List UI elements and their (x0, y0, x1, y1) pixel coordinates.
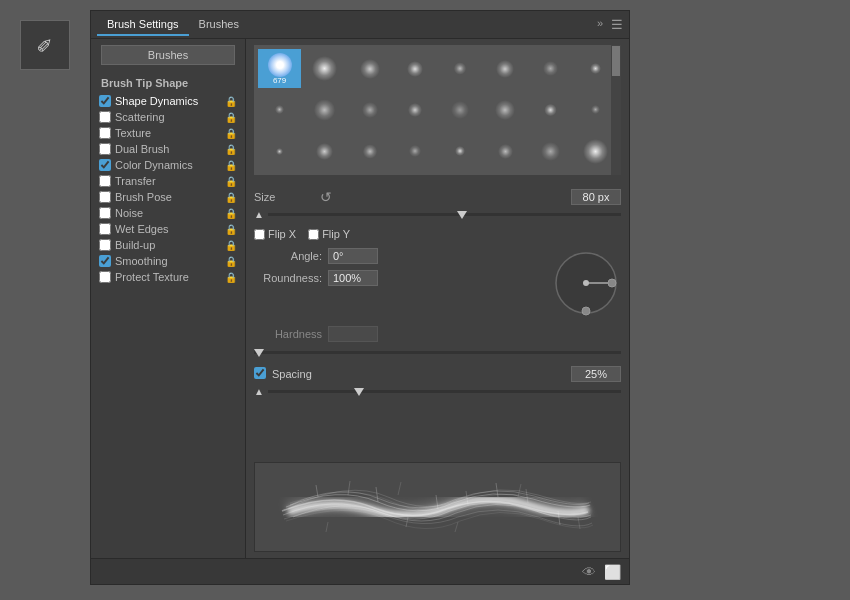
panel-menu-icon[interactable]: ☰ (611, 17, 623, 32)
build-up-lock: 🔒 (225, 240, 237, 251)
sidebar-item-texture[interactable]: Texture 🔒 (91, 125, 245, 141)
brush-stroke-preview (254, 462, 621, 552)
smoothing-checkbox[interactable] (99, 255, 111, 267)
brush-tip-cell[interactable] (529, 90, 572, 129)
brush-tip-cell[interactable] (303, 132, 346, 171)
brush-tips-grid[interactable]: 679 (254, 45, 621, 175)
noise-checkbox[interactable] (99, 207, 111, 219)
dial-container[interactable] (551, 248, 621, 318)
texture-checkbox[interactable] (99, 127, 111, 139)
footer-new-icon[interactable]: ⬜ (604, 564, 621, 580)
brush-tool-icon: ✏ (31, 31, 60, 60)
dual-brush-lock: 🔒 (225, 144, 237, 155)
brush-tip-cell[interactable] (348, 90, 391, 129)
footer-visibility-icon[interactable]: 👁 (582, 564, 596, 580)
hardness-slider[interactable] (254, 351, 621, 354)
transfer-lock: 🔒 (225, 176, 237, 187)
brushes-button[interactable]: Brushes (101, 45, 235, 65)
roundness-input[interactable] (328, 270, 378, 286)
roundness-row: Roundness: (254, 270, 541, 286)
brush-tip-cell[interactable] (303, 49, 346, 88)
size-row: Size ↺ (254, 189, 621, 205)
brush-tip-cell[interactable] (484, 49, 527, 88)
wet-edges-checkbox[interactable] (99, 223, 111, 235)
sidebar-item-wet-edges[interactable]: Wet Edges 🔒 (91, 221, 245, 237)
brush-tip-cell[interactable] (529, 132, 572, 171)
angle-roundness-fields: Angle: Roundness: (254, 248, 541, 318)
brush-tip-cell[interactable] (303, 90, 346, 129)
size-slider-row: ▲ (254, 209, 621, 220)
flip-y-item: Flip Y (308, 228, 350, 240)
sidebar-item-noise[interactable]: Noise 🔒 (91, 205, 245, 221)
sidebar-item-smoothing[interactable]: Smoothing 🔒 (91, 253, 245, 269)
brush-tip-cell[interactable] (258, 90, 301, 129)
scattering-checkbox[interactable] (99, 111, 111, 123)
transfer-checkbox[interactable] (99, 175, 111, 187)
shape-dynamics-label: Shape Dynamics (115, 95, 221, 107)
tab-brushes[interactable]: Brushes (189, 14, 249, 36)
flip-y-checkbox[interactable] (308, 229, 319, 240)
smoothing-label: Smoothing (115, 255, 221, 267)
brush-tip-cell[interactable] (258, 132, 301, 171)
spacing-value-input[interactable] (571, 366, 621, 382)
flip-x-checkbox[interactable] (254, 229, 265, 240)
brush-tip-cell[interactable] (393, 132, 436, 171)
color-dynamics-label: Color Dynamics (115, 159, 221, 171)
texture-label: Texture (115, 127, 221, 139)
spacing-slider[interactable] (268, 390, 621, 393)
brush-tip-selected[interactable]: 679 (258, 49, 301, 88)
hardness-slider-row (254, 344, 621, 356)
sidebar-item-protect-texture[interactable]: Protect Texture 🔒 (91, 269, 245, 285)
scattering-label: Scattering (115, 111, 221, 123)
tab-brush-settings[interactable]: Brush Settings (97, 14, 189, 36)
reset-size-icon[interactable]: ↺ (320, 189, 332, 205)
spacing-checkbox-item (254, 367, 266, 381)
hardness-input[interactable] (328, 326, 378, 342)
brush-tip-cell[interactable] (393, 90, 436, 129)
size-value-input[interactable] (571, 189, 621, 205)
brush-tip-shape-label: Brush Tip Shape (91, 73, 245, 93)
brush-grid-scrollbar[interactable] (611, 45, 621, 175)
tool-icon-box: ✏ (20, 20, 70, 70)
flip-x-label: Flip X (268, 228, 296, 240)
brush-tip-cell[interactable] (393, 49, 436, 88)
brush-tip-cell[interactable] (484, 90, 527, 129)
panel-header: Brush Settings Brushes » ☰ (91, 11, 629, 39)
shape-dynamics-lock: 🔒 (225, 96, 237, 107)
dual-brush-checkbox[interactable] (99, 143, 111, 155)
dual-brush-label: Dual Brush (115, 143, 221, 155)
sidebar-item-transfer[interactable]: Transfer 🔒 (91, 173, 245, 189)
brush-tip-cell[interactable] (484, 132, 527, 171)
sidebar-item-dual-brush[interactable]: Dual Brush 🔒 (91, 141, 245, 157)
sidebar-item-brush-pose[interactable]: Brush Pose 🔒 (91, 189, 245, 205)
brush-tip-cell[interactable] (439, 49, 482, 88)
sidebar-item-shape-dynamics[interactable]: Shape Dynamics 🔒 (91, 93, 245, 109)
smoothing-lock: 🔒 (225, 256, 237, 267)
color-dynamics-checkbox[interactable] (99, 159, 111, 171)
hardness-label: Hardness (254, 328, 322, 340)
brush-tip-cell[interactable] (439, 90, 482, 129)
build-up-checkbox[interactable] (99, 239, 111, 251)
spacing-row: Spacing (254, 366, 621, 382)
scattering-lock: 🔒 (225, 112, 237, 123)
color-dynamics-lock: 🔒 (225, 160, 237, 171)
flip-row: Flip X Flip Y (254, 228, 621, 240)
spacing-checkbox[interactable] (254, 367, 266, 379)
sidebar-item-scattering[interactable]: Scattering 🔒 (91, 109, 245, 125)
protect-texture-label: Protect Texture (115, 271, 221, 283)
flip-x-item: Flip X (254, 228, 296, 240)
angle-input[interactable] (328, 248, 378, 264)
wet-edges-lock: 🔒 (225, 224, 237, 235)
brush-tip-cell[interactable] (348, 49, 391, 88)
shape-dynamics-checkbox[interactable] (99, 95, 111, 107)
sidebar-item-color-dynamics[interactable]: Color Dynamics 🔒 (91, 157, 245, 173)
brush-tip-cell[interactable] (529, 49, 572, 88)
size-slider[interactable] (268, 213, 621, 216)
protect-texture-checkbox[interactable] (99, 271, 111, 283)
panel-expand-icon[interactable]: » (597, 17, 603, 32)
brush-tip-cell[interactable] (348, 132, 391, 171)
brush-pose-checkbox[interactable] (99, 191, 111, 203)
brush-tip-cell[interactable] (439, 132, 482, 171)
brush-pose-label: Brush Pose (115, 191, 221, 203)
sidebar-item-build-up[interactable]: Build-up 🔒 (91, 237, 245, 253)
